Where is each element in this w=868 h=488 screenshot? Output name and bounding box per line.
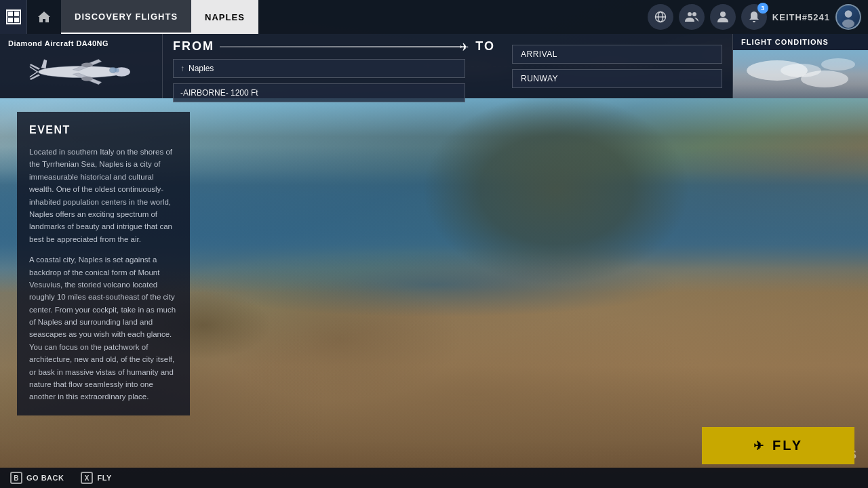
origin-field[interactable]: ↑ Naples xyxy=(173,59,465,78)
aircraft-panel: Diamond Aircraft DA40NG xyxy=(0,34,163,98)
from-to-header: FROM xyxy=(173,39,465,54)
aircraft-image xyxy=(20,54,142,91)
fly-shortcut-button[interactable]: X FLY xyxy=(81,472,111,484)
fly-button[interactable]: ✈ FLY xyxy=(702,427,854,464)
svg-rect-0 xyxy=(8,12,13,16)
runway-field[interactable]: RUNWAY xyxy=(512,69,722,88)
aircraft-name: Diamond Aircraft DA40NG xyxy=(8,39,154,47)
svg-rect-2 xyxy=(8,18,13,22)
svg-point-16 xyxy=(81,77,93,81)
svg-point-9 xyxy=(720,12,726,17)
home-button[interactable] xyxy=(27,0,61,34)
cloud-3 xyxy=(801,70,848,87)
fly-key: X xyxy=(81,472,93,484)
conditions-image xyxy=(733,50,868,98)
svg-point-12 xyxy=(842,20,854,28)
nav-right-section: 3 KEITH#5241 xyxy=(648,4,868,30)
from-fields: ↑ Naples xyxy=(173,59,465,78)
event-paragraph-1: Located in southern Italy on the shores … xyxy=(29,146,178,245)
arrival-type-text: ARRIVAL xyxy=(521,49,557,59)
altitude-text: -AIRBORNE- 1200 Ft xyxy=(180,88,258,98)
arrival-section: ARRIVAL RUNWAY xyxy=(502,34,732,98)
origin-icon: ↑ xyxy=(180,64,184,73)
flight-conditions-panel: FLIGHT CONDITIONS xyxy=(732,34,868,98)
tab-naples[interactable]: NAPLES xyxy=(191,0,258,34)
fly-button-label: FLY xyxy=(772,438,803,453)
go-back-key: B xyxy=(10,472,22,484)
runway-text: RUNWAY xyxy=(521,74,558,83)
fly-plane-icon: ✈ xyxy=(753,439,766,453)
go-back-button[interactable]: B GO BACK xyxy=(10,472,64,484)
notifications-button[interactable]: 3 xyxy=(741,4,767,30)
svg-point-7 xyxy=(688,12,692,16)
app-logo[interactable] xyxy=(0,0,27,34)
notification-badge: 3 xyxy=(757,3,768,14)
from-label: FROM xyxy=(173,39,214,54)
tab-discovery-flights[interactable]: DISCOVERY FLIGHTS xyxy=(61,0,191,34)
flight-from-section: FROM ↑ Naples -AIRBORNE- 1200 Ft xyxy=(163,34,475,98)
svg-point-11 xyxy=(845,10,852,18)
to-label-area: TO xyxy=(475,34,502,98)
go-back-label: GO BACK xyxy=(26,474,64,482)
altitude-field[interactable]: -AIRBORNE- 1200 Ft xyxy=(173,83,465,102)
bottom-bar: B GO BACK X FLY xyxy=(0,468,868,488)
svg-rect-3 xyxy=(14,18,19,22)
people-button[interactable] xyxy=(679,4,705,30)
tab-discovery-label: DISCOVERY FLIGHTS xyxy=(75,12,178,22)
fly-shortcut-label: FLY xyxy=(97,474,111,482)
logo-icon xyxy=(6,9,21,24)
arrival-type-field[interactable]: ARRIVAL xyxy=(512,45,722,64)
svg-point-15 xyxy=(81,63,93,68)
tab-naples-label: NAPLES xyxy=(205,12,245,22)
info-bar: Diamond Aircraft DA40NG xyxy=(0,34,868,98)
cloud-4 xyxy=(821,58,855,70)
aircraft-image-container xyxy=(8,52,154,93)
origin-text: Naples xyxy=(189,64,214,73)
flight-route-arrow xyxy=(220,46,465,47)
svg-point-8 xyxy=(692,12,696,16)
profile-button[interactable] xyxy=(710,4,736,30)
user-avatar[interactable] xyxy=(835,4,861,30)
svg-rect-1 xyxy=(14,12,19,16)
event-panel: EVENT Located in southern Italy on the s… xyxy=(17,112,190,415)
top-navigation: DISCOVERY FLIGHTS NAPLES xyxy=(0,0,868,34)
conditions-header: FLIGHT CONDITIONS xyxy=(733,34,868,50)
event-paragraph-2: A coastal city, Naples is set against a … xyxy=(29,253,178,403)
globe-button[interactable] xyxy=(648,4,673,30)
event-description: Located in southern Italy on the shores … xyxy=(29,146,178,403)
to-label: TO xyxy=(475,39,495,54)
svg-point-18 xyxy=(115,68,119,73)
event-title: EVENT xyxy=(29,124,178,136)
username-display: KEITH#5241 xyxy=(772,12,830,22)
